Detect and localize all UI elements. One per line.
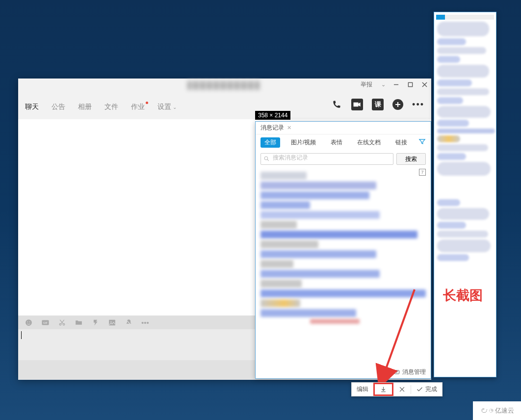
filter-docs[interactable]: 在线文档: [353, 137, 385, 148]
long-screenshot-preview: [434, 12, 496, 377]
selection-size-label: 358 × 2144: [255, 111, 290, 120]
class-icon[interactable]: 课: [372, 99, 384, 110]
ss-edit-button[interactable]: 编辑: [352, 383, 373, 396]
ss-download-button[interactable]: [373, 383, 393, 396]
more-icon[interactable]: •••: [412, 100, 424, 110]
more-tools-icon[interactable]: •••: [141, 318, 150, 327]
folder-icon[interactable]: [74, 318, 83, 327]
screenshot-toolbar: 编辑 完成: [351, 382, 443, 396]
tab-settings[interactable]: 设置⌄: [157, 103, 177, 119]
svg-rect-8: [109, 319, 115, 325]
records-search-input[interactable]: 搜索消息记录: [260, 153, 393, 165]
watermark: ౿ಂ 亿速云: [473, 401, 521, 420]
chevron-down-icon[interactable]: ⌄: [381, 81, 386, 88]
svg-point-2: [27, 321, 28, 322]
message-records-panel: 消息记录 ✕ 全部 图片/视频 表情 在线文档 链接 搜索消息记录 搜索 7: [255, 121, 431, 379]
gif-icon[interactable]: GIF: [41, 318, 50, 327]
tab-homework[interactable]: 作业: [131, 103, 145, 119]
emoji-icon[interactable]: [24, 318, 33, 327]
maximize-button[interactable]: [407, 81, 414, 88]
titlebar: 举报 ⌄: [18, 79, 431, 94]
phone-icon[interactable]: [331, 99, 342, 110]
message-manage-link[interactable]: 消息管理: [393, 368, 426, 376]
svg-point-7: [63, 323, 65, 325]
filter-all[interactable]: 全部: [260, 137, 280, 148]
add-icon[interactable]: [392, 99, 403, 110]
minimize-button[interactable]: [392, 81, 400, 88]
tab-row: 聊天 公告 相册 文件 作业 设置⌄ 课 •••: [18, 94, 431, 119]
video-icon[interactable]: [351, 99, 363, 110]
tab-chat[interactable]: 聊天: [25, 103, 39, 119]
svg-rect-12: [394, 370, 399, 373]
scissors-icon[interactable]: [57, 318, 66, 327]
share-icon[interactable]: [91, 318, 100, 327]
svg-rect-0: [408, 82, 412, 86]
tab-notice[interactable]: 公告: [52, 103, 65, 119]
svg-point-6: [59, 323, 61, 325]
close-button[interactable]: [421, 81, 428, 88]
svg-point-3: [29, 321, 30, 322]
long-screenshot-label: 长截图: [443, 287, 483, 304]
records-title: 消息记录: [260, 124, 284, 132]
svg-point-1: [26, 319, 32, 326]
ss-cancel-button[interactable]: [393, 383, 411, 396]
tab-files[interactable]: 文件: [104, 103, 118, 119]
filter-links[interactable]: 链接: [391, 137, 411, 148]
tab-album[interactable]: 相册: [78, 103, 92, 119]
watermark-logo-icon: ౿ಂ: [480, 406, 493, 416]
close-records-icon[interactable]: ✕: [287, 125, 291, 131]
mute-icon[interactable]: [124, 318, 133, 327]
records-list[interactable]: 7: [256, 168, 431, 347]
calendar-icon[interactable]: 7: [419, 169, 426, 176]
filter-media[interactable]: 图片/视频: [287, 137, 320, 148]
ss-done-button[interactable]: 完成: [411, 383, 442, 396]
filter-settings-icon[interactable]: [418, 138, 426, 147]
records-search-button[interactable]: 搜索: [396, 153, 426, 165]
svg-text:GIF: GIF: [43, 321, 48, 324]
window-title-blurred: [187, 81, 260, 90]
search-icon: [263, 156, 270, 163]
filter-emoji[interactable]: 表情: [327, 137, 346, 148]
report-link[interactable]: 举报: [361, 80, 372, 89]
svg-point-9: [110, 321, 111, 322]
svg-point-11: [264, 157, 268, 160]
image-icon[interactable]: [107, 318, 116, 327]
